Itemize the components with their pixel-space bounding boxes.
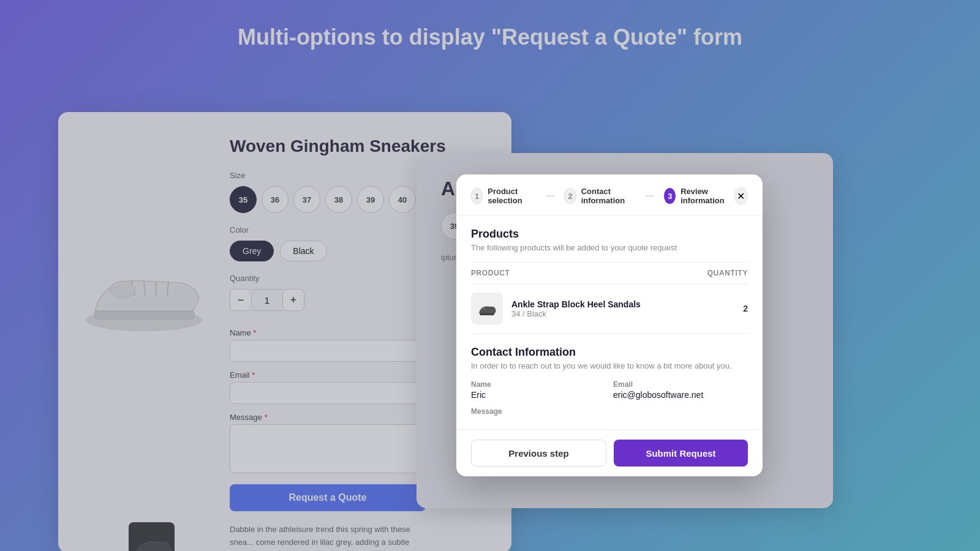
contact-grid: Name Eric Email eric@globosoftware.net xyxy=(471,380,748,400)
step-2: 2 Contact information xyxy=(564,187,635,205)
products-section-subtitle: The following products will be added to … xyxy=(471,243,748,252)
steps-row: 1 Product selection 2 Contact informatio… xyxy=(471,187,734,205)
modal-overlay: 1 Product selection 2 Contact informatio… xyxy=(0,0,980,551)
product-cell: Ankle Strap Block Heel Sandals 34 / Blac… xyxy=(471,293,641,324)
contact-message-label: Message xyxy=(471,407,748,416)
step-2-number: 2 xyxy=(564,188,576,204)
table-row: Ankle Strap Block Heel Sandals 34 / Blac… xyxy=(471,284,748,334)
col-quantity: Quantity xyxy=(707,269,748,277)
step-3-label: Review information xyxy=(680,187,734,205)
product-info: Ankle Strap Block Heel Sandals 34 / Blac… xyxy=(511,299,641,318)
products-table: Product Quantity Ankle Stra xyxy=(471,262,748,334)
step-3-number: 3 xyxy=(664,188,676,204)
contact-email-value: eric@globosoftware.net xyxy=(613,390,748,400)
previous-step-button[interactable]: Previous step xyxy=(471,440,606,467)
quote-modal: 1 Product selection 2 Contact informatio… xyxy=(456,174,763,476)
products-section-title: Products xyxy=(471,228,748,241)
contact-section: Contact Information In order to to reach… xyxy=(471,346,748,416)
col-product: Product xyxy=(471,269,510,277)
contact-email-label: Email xyxy=(613,380,748,389)
contact-section-title: Contact Information xyxy=(471,346,748,359)
svg-point-3 xyxy=(481,307,485,310)
modal-close-button[interactable]: ✕ xyxy=(734,187,748,205)
step-2-label: Contact information xyxy=(581,187,636,205)
contact-email-field: Email eric@globosoftware.net xyxy=(613,380,748,400)
step-3: 3 Review information xyxy=(664,187,734,205)
contact-name-label: Name xyxy=(471,380,606,389)
modal-header: 1 Product selection 2 Contact informatio… xyxy=(456,174,763,216)
step-1-number: 1 xyxy=(471,188,483,204)
contact-section-subtitle: In order to to reach out to you we would… xyxy=(471,361,748,370)
product-thumbnail-modal xyxy=(471,293,503,324)
step-separator-1 xyxy=(546,195,555,197)
modal-body: Products The following products will be … xyxy=(456,216,763,429)
product-variant: 34 / Black xyxy=(511,309,641,318)
contact-name-value: Eric xyxy=(471,390,606,400)
product-quantity-modal: 2 xyxy=(743,304,748,313)
modal-footer: Previous step Submit Request xyxy=(456,429,763,476)
submit-request-button[interactable]: Submit Request xyxy=(614,440,748,467)
table-header: Product Quantity xyxy=(471,263,748,284)
step-1-label: Product selection xyxy=(488,187,535,205)
step-1: 1 Product selection xyxy=(471,187,536,205)
contact-message-field: Message xyxy=(471,407,748,416)
step-separator-2 xyxy=(646,195,655,197)
product-name-modal: Ankle Strap Block Heel Sandals xyxy=(511,299,641,309)
contact-name-field: Name Eric xyxy=(471,380,606,400)
